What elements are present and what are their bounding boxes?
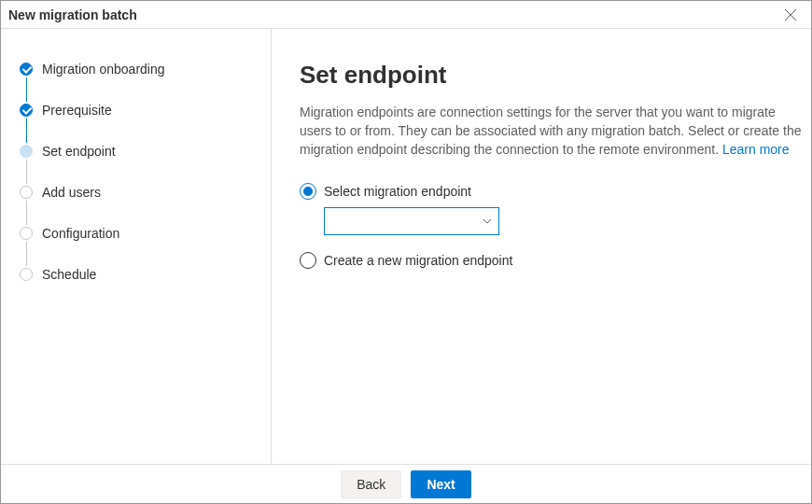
next-button[interactable]: Next (411, 470, 470, 498)
dialog-new-migration-batch: New migration batch Migration onboarding… (0, 0, 812, 504)
step-check-icon (20, 104, 33, 117)
radio-label: Select migration endpoint (324, 184, 471, 199)
step-label: Prerequisite (42, 102, 112, 119)
radio-icon (300, 183, 316, 200)
endpoint-dropdown[interactable] (324, 207, 499, 235)
radio-create-endpoint[interactable]: Create a new migration endpoint (300, 252, 811, 269)
main-panel: Set endpoint Migration endpoints are con… (272, 29, 811, 464)
step-current-icon (20, 145, 33, 158)
page-title: Set endpoint (300, 61, 811, 90)
page-description: Migration endpoints are connection setti… (300, 103, 804, 159)
step-label: Configuration (42, 225, 119, 242)
step-label: Set endpoint (42, 143, 116, 160)
radio-icon (300, 252, 316, 269)
radio-label: Create a new migration endpoint (324, 253, 512, 268)
step-prerequisite[interactable]: Prerequisite (20, 102, 271, 143)
step-pending-icon (20, 227, 33, 240)
chevron-down-icon (482, 216, 493, 227)
dialog-body: Migration onboarding Prerequisite Set en… (1, 29, 811, 464)
back-button[interactable]: Back (341, 470, 401, 498)
step-schedule[interactable]: Schedule (20, 266, 271, 307)
close-icon (784, 8, 797, 21)
step-label: Migration onboarding (42, 61, 165, 77)
endpoint-choice-group: Select migration endpoint Create a new m… (300, 183, 811, 269)
dialog-footer: Back Next (1, 464, 811, 503)
wizard-steps: Migration onboarding Prerequisite Set en… (20, 61, 271, 307)
step-label: Schedule (42, 266, 96, 283)
step-pending-icon (20, 186, 33, 199)
wizard-sidebar: Migration onboarding Prerequisite Set en… (1, 29, 272, 464)
titlebar: New migration batch (1, 1, 811, 29)
window-title: New migration batch (8, 7, 777, 22)
step-check-icon (20, 63, 33, 76)
step-set-endpoint[interactable]: Set endpoint (20, 143, 271, 184)
endpoint-select-wrap (324, 207, 811, 235)
step-configuration[interactable]: Configuration (20, 225, 271, 266)
step-pending-icon (20, 268, 33, 281)
learn-more-link[interactable]: Learn more (722, 142, 790, 157)
step-add-users[interactable]: Add users (20, 184, 271, 225)
close-button[interactable] (777, 2, 804, 28)
step-migration-onboarding[interactable]: Migration onboarding (20, 61, 271, 102)
step-label: Add users (42, 184, 101, 201)
radio-select-endpoint[interactable]: Select migration endpoint (300, 183, 811, 200)
